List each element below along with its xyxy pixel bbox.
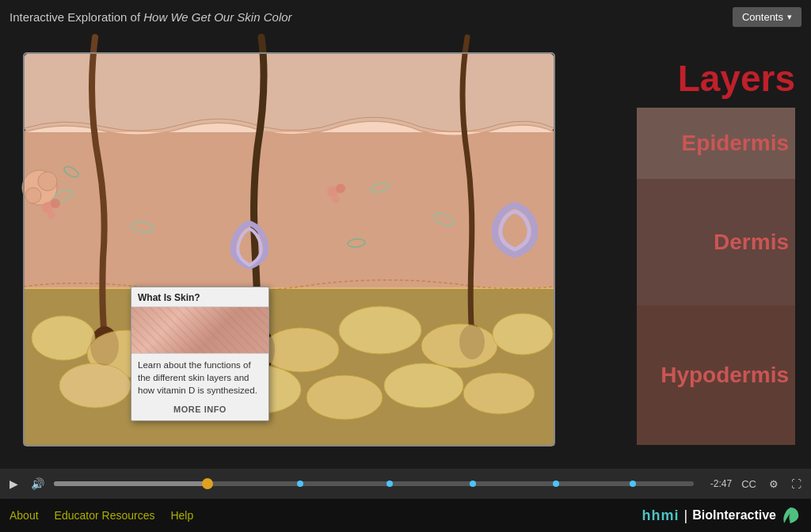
bottom-nav-links: About Educator Resources Help [10,509,642,522]
epidermis-label: Epidermis [682,131,789,156]
top-bar: Interactive Exploration of How We Get Ou… [0,0,811,33]
cc-button[interactable]: CC [738,477,760,492]
page-title: Interactive Exploration of How We Get Ou… [10,10,292,24]
main-content: Layers Epidermis Dermis Hypodermis What … [0,33,811,469]
info-popup: What Is Skin? Learn about the functions … [131,287,269,421]
educator-resources-link[interactable]: Educator Resources [55,509,155,522]
svg-point-17 [48,211,55,219]
svg-point-27 [493,314,553,355]
progress-bar[interactable] [54,481,694,486]
hypodermis-label: Hypodermis [661,363,789,388]
settings-button[interactable]: ⚙ [766,477,782,492]
about-link[interactable]: About [10,509,39,522]
popup-description: Learn about the functions of the differe… [131,354,268,401]
svg-point-31 [307,375,383,420]
contents-button[interactable]: Contents [733,7,801,27]
chapter-marker-1 [297,481,303,487]
hhmi-logo: hhmi | BioInteractive [642,504,802,526]
svg-point-25 [339,306,421,354]
svg-point-6 [25,188,41,203]
help-link[interactable]: Help [170,509,193,522]
more-info-link[interactable]: MORE INFO [131,401,268,420]
svg-point-26 [421,324,497,368]
time-display: -2:47 [700,478,732,489]
chapter-marker-4 [553,481,559,487]
progress-handle[interactable] [202,478,213,489]
epidermis-layer: Epidermis [637,108,795,179]
svg-point-32 [384,363,463,408]
progress-fill [54,481,208,486]
bottom-nav: About Educator Resources Help hhmi | Bio… [0,499,811,532]
hhmi-text: hhmi [642,507,680,524]
video-controls: ▶ 🔊 -2:47 CC ⚙ ⛶ [0,469,811,499]
svg-point-5 [38,172,57,191]
hypodermis-layer: Hypodermis [637,306,795,445]
hhmi-leaf-icon [779,504,801,526]
fullscreen-button[interactable]: ⛶ [788,477,805,492]
layer-labels: Layers Epidermis Dermis Hypodermis [637,57,795,445]
chapter-marker-3 [470,481,476,487]
svg-rect-0 [24,53,554,132]
dermis-layer: Dermis [637,179,795,306]
svg-point-33 [463,373,535,414]
skin-illustration [0,33,578,469]
biointeractive-text: BioInteractive [692,508,776,522]
popup-image [131,306,268,354]
chapter-marker-2 [386,481,393,487]
layers-title: Layers [637,57,795,100]
volume-button[interactable]: 🔊 [28,476,48,492]
svg-point-24 [263,328,339,372]
svg-point-16 [51,199,60,208]
svg-point-21 [32,316,95,360]
chapter-marker-5 [630,481,636,487]
svg-point-19 [336,184,345,193]
svg-point-20 [332,196,340,203]
dermis-label: Dermis [714,230,789,255]
logo-divider: | [684,507,688,524]
svg-point-28 [59,363,131,408]
popup-title: What Is Skin? [131,287,268,306]
play-button[interactable]: ▶ [6,476,21,492]
